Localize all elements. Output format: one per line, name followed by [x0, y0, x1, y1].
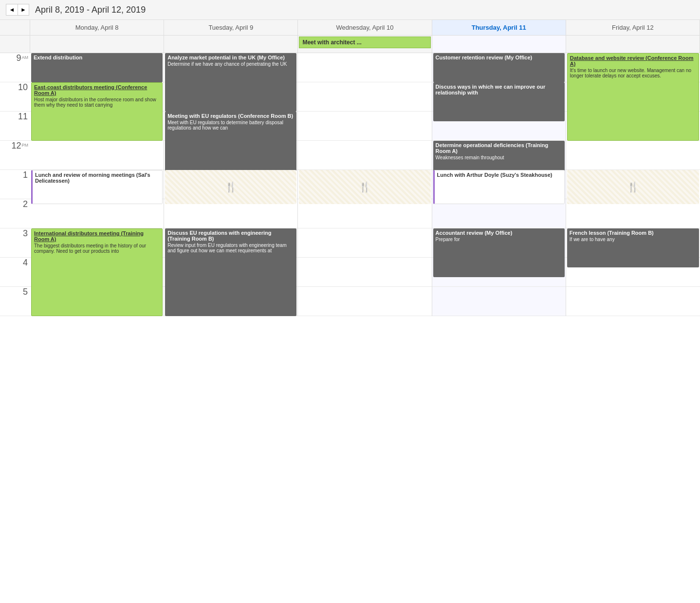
days-area: Extend distributionEast-coast distributo…: [30, 53, 700, 316]
time-num: 11: [18, 112, 28, 122]
allday-row: Meet with architect ...: [0, 36, 700, 53]
day-header-tue[interactable]: Tuesday, April 9: [164, 20, 298, 35]
event-desc: Determine if we have any chance of penet…: [167, 61, 294, 67]
event-extend-dist[interactable]: Extend distribution: [31, 53, 163, 82]
event-accountant[interactable]: Accountant review (My Office)Prepare for: [433, 228, 565, 277]
time-num: 10: [18, 82, 28, 93]
event-lunch-review[interactable]: Lunch and review of morning meetings (Sa…: [31, 170, 163, 204]
event-lunch-thu[interactable]: Lunch with Arthur Doyle (Suzy's Steakhou…: [433, 170, 565, 204]
allday-thu: [432, 36, 566, 53]
hour-block-mon-3: [30, 141, 164, 170]
time-label-4: 1: [0, 170, 30, 199]
prev-button[interactable]: ◄: [6, 4, 18, 16]
restaurant-icon: 🍴: [627, 181, 639, 193]
time-num: 1: [23, 170, 28, 180]
time-num: 9: [16, 53, 21, 63]
hour-block-thu-8: [432, 287, 566, 316]
event-desc: Review input from EU regulators with eng…: [167, 243, 294, 253]
day-header-mon[interactable]: Monday, April 8: [30, 20, 164, 35]
event-title: Discuss EU regulations with engineering …: [167, 230, 294, 242]
event-desc: Meet with EU regulators to determine bat…: [167, 120, 294, 131]
event-desc: Weaknesses remain throughout: [436, 155, 562, 160]
hour-block-wed-3: [298, 141, 431, 170]
time-grid-body: 9AM101112PM12345 Extend distributionEast…: [0, 53, 700, 316]
day-headers-row: Monday, April 8 Tuesday, April 9 Wednesd…: [0, 20, 700, 36]
allday-wed[interactable]: Meet with architect ...: [298, 36, 432, 53]
event-discuss-ways[interactable]: Discuss ways in which we can improve our…: [433, 82, 565, 121]
event-lunch-fri[interactable]: 🍴: [567, 170, 699, 204]
event-analyze-market[interactable]: Analyze market potential in the UK (My O…: [165, 53, 296, 112]
event-eastcoast-meet[interactable]: East-coast distributors meeting (Confere…: [31, 82, 163, 141]
allday-spacer: [0, 36, 30, 53]
event-title: French lesson (Training Room B): [570, 230, 697, 236]
day-col-wed: 🍴: [298, 53, 432, 316]
time-label-7: 4: [0, 258, 30, 287]
restaurant-icon: 🍴: [225, 181, 237, 193]
allday-event-meet-architect[interactable]: Meet with architect ...: [299, 37, 430, 48]
event-database-review[interactable]: Database and website review (Conference …: [567, 53, 699, 141]
day-col-fri: Database and website review (Conference …: [566, 53, 700, 316]
time-num: 4: [23, 258, 28, 268]
time-label-0: 9AM: [0, 53, 30, 82]
restaurant-icon: 🍴: [359, 181, 371, 193]
calendar-wrapper: ◄ ► April 8, 2019 - April 12, 2019 Monda…: [0, 0, 700, 603]
day-col-mon: Extend distributionEast-coast distributo…: [30, 53, 164, 316]
events-layer-tue: Analyze market potential in the UK (My O…: [164, 53, 297, 316]
time-num: 2: [23, 199, 28, 209]
hour-block-wed-6: [298, 228, 431, 258]
event-title: Lunch with Arthur Doyle (Suzy's Steakhou…: [437, 172, 562, 178]
allday-mon: [30, 36, 164, 53]
hour-block-wed-7: [298, 258, 431, 287]
event-french-lesson[interactable]: French lesson (Training Room B)If we are…: [567, 228, 699, 267]
event-customer-retention[interactable]: Customer retention review (My Office): [433, 53, 565, 82]
event-title: Determine operational deficiencies (Trai…: [436, 142, 562, 154]
hour-block-wed-0: [298, 53, 431, 82]
event-title: Accountant review (My Office): [436, 230, 562, 236]
hour-block-fri-3: [566, 141, 700, 170]
calendar-header: ◄ ► April 8, 2019 - April 12, 2019: [0, 0, 700, 20]
time-ampm: AM: [22, 55, 29, 60]
event-title: International distributors meeting (Trai…: [34, 230, 160, 242]
event-lunch-wed[interactable]: 🍴: [299, 170, 430, 204]
event-intl-dist[interactable]: International distributors meeting (Trai…: [31, 228, 163, 316]
events-layer-mon: Extend distributionEast-coast distributo…: [30, 53, 164, 316]
time-num: 5: [23, 287, 28, 297]
event-title: Lunch and review of morning meetings (Sa…: [35, 172, 160, 184]
event-title: East-coast distributors meeting (Confere…: [34, 84, 160, 96]
hour-block-wed-2: [298, 112, 431, 141]
event-desc: If we are to have any: [570, 237, 697, 242]
time-label-3: 12PM: [0, 141, 30, 170]
time-num: 3: [23, 228, 28, 239]
next-button[interactable]: ►: [18, 4, 29, 16]
time-labels-col: 9AM101112PM12345: [0, 53, 30, 316]
date-range: April 8, 2019 - April 12, 2019: [35, 5, 146, 15]
event-desc: Prepare for: [436, 237, 562, 242]
day-header-wed[interactable]: Wednesday, April 10: [298, 20, 432, 35]
time-label-1: 10: [0, 82, 30, 112]
header-spacer: [0, 20, 30, 35]
event-title: Analyze market potential in the UK (My O…: [167, 55, 294, 60]
time-label-6: 3: [0, 228, 30, 258]
event-lunch-tue[interactable]: 🍴: [165, 170, 296, 204]
time-label-2: 11: [0, 112, 30, 141]
day-header-fri[interactable]: Friday, April 12: [566, 20, 700, 35]
allday-fri: [566, 36, 700, 53]
hour-block-fri-8: [566, 287, 700, 316]
day-header-thu[interactable]: Thursday, April 11: [432, 20, 566, 35]
time-label-8: 5: [0, 287, 30, 316]
event-desc: The biggest distributors meeting in the …: [34, 243, 160, 254]
event-title: Extend distribution: [34, 55, 160, 60]
day-col-thu: Customer retention review (My Office)Dis…: [432, 53, 566, 316]
event-discuss-eu[interactable]: Discuss EU regulations with engineering …: [165, 228, 296, 316]
allday-tue: [164, 36, 298, 53]
hour-block-wed-8: [298, 287, 431, 316]
time-ampm: PM: [22, 143, 29, 148]
time-label-5: 2: [0, 199, 30, 228]
day-col-tue: Analyze market potential in the UK (My O…: [164, 53, 298, 316]
time-num: 12: [11, 141, 21, 151]
event-title: Discuss ways in which we can improve our…: [436, 84, 562, 95]
event-title: Meeting with EU regulators (Conference R…: [167, 113, 294, 119]
event-title: Database and website review (Conference …: [570, 55, 696, 67]
event-title: Customer retention review (My Office): [436, 55, 562, 60]
events-layer-thu: Customer retention review (My Office)Dis…: [432, 53, 566, 316]
